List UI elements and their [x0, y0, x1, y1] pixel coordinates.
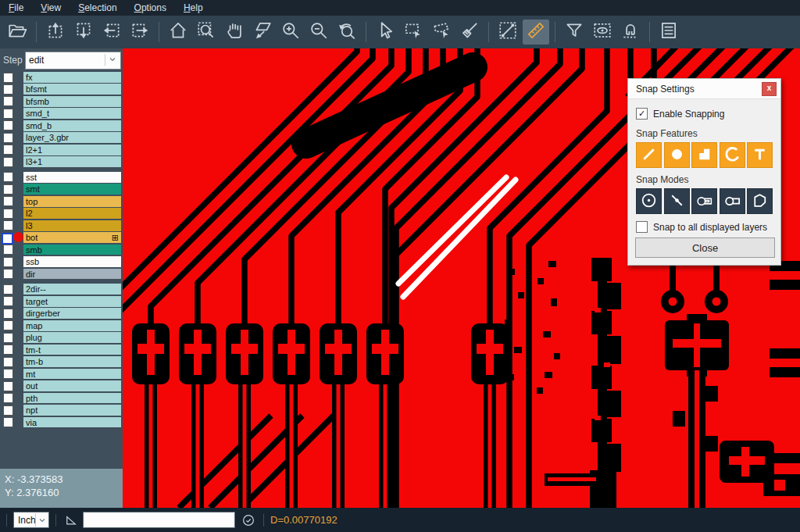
home-button[interactable] — [165, 20, 191, 45]
layer-row-dir[interactable]: dir — [0, 269, 123, 280]
layer-row-smd_t[interactable]: smd_t — [0, 108, 123, 119]
grid-icon[interactable]: ⊞ — [112, 234, 119, 241]
layer-name-cell[interactable]: mt — [23, 369, 121, 380]
close-icon[interactable]: x — [762, 82, 777, 96]
layer-name-cell[interactable]: pth — [23, 393, 121, 404]
snap-slot-outline-button[interactable] — [691, 188, 717, 214]
snap-center-button[interactable] — [636, 188, 662, 214]
select-pointer-button[interactable] — [372, 20, 398, 45]
snap-pad-button[interactable] — [664, 142, 690, 168]
layer-visibility-checkbox[interactable] — [3, 120, 13, 130]
layer-row-mt[interactable]: mt — [0, 369, 123, 380]
layer-visibility-checkbox[interactable] — [3, 245, 13, 255]
layer-name-cell[interactable]: l3+1 — [23, 156, 121, 167]
pan-right-button[interactable] — [127, 20, 153, 45]
snap-midpoint-button[interactable] — [664, 188, 690, 214]
layer-row-smt[interactable]: smt — [0, 184, 123, 195]
layer-name-cell[interactable]: tm-t — [23, 345, 121, 355]
layer-row-npt[interactable]: npt — [0, 405, 123, 416]
layer-visibility-checkbox[interactable] — [3, 84, 13, 95]
close-button[interactable]: Close — [635, 237, 775, 258]
pan-hand-button[interactable] — [221, 20, 248, 45]
layer-visibility-checkbox[interactable] — [3, 73, 13, 83]
menu-item-file[interactable]: File — [0, 0, 32, 16]
layer-row-dirgerber[interactable]: dirgerber — [0, 308, 123, 319]
layer-name-cell[interactable]: bot⊞ — [23, 232, 121, 243]
layer-visibility-checkbox[interactable] — [3, 333, 13, 343]
show-eye-button[interactable] — [589, 20, 616, 45]
snap-all-layers-checkbox[interactable] — [636, 221, 648, 233]
select-rectangle-button[interactable] — [400, 20, 427, 45]
layer-visibility-checkbox[interactable] — [3, 257, 13, 267]
menu-item-selection[interactable]: Selection — [70, 0, 125, 16]
layer-row-via[interactable]: via — [0, 417, 123, 428]
layer-row-2dir--[interactable]: 2dir-- — [0, 284, 123, 295]
layer-name-cell[interactable]: out — [23, 380, 121, 391]
layer-visibility-checkbox[interactable] — [3, 133, 13, 143]
layer-row-target[interactable]: target — [0, 296, 123, 307]
chevron-down-icon[interactable] — [35, 513, 48, 527]
circle-check-icon[interactable] — [240, 512, 257, 529]
layer-row-map[interactable]: map — [0, 320, 123, 331]
layer-name-cell[interactable]: bfsmt — [23, 84, 121, 95]
layer-visibility-checkbox[interactable] — [3, 269, 13, 279]
open-folder-button[interactable] — [4, 20, 30, 45]
pan-left-button[interactable] — [98, 20, 125, 45]
layer-name-cell[interactable]: via — [23, 417, 121, 428]
layer-visibility-checkbox[interactable] — [3, 345, 13, 355]
layer-name-cell[interactable]: l3 — [23, 220, 121, 231]
layer-row-plug[interactable]: plug — [0, 332, 123, 343]
command-input[interactable] — [83, 512, 235, 528]
layer-row-layer_3.gbr[interactable]: layer_3.gbr — [0, 132, 123, 143]
layer-row-bfsmt[interactable]: bfsmt — [0, 84, 123, 95]
layer-name-cell[interactable]: bfsmb — [23, 96, 121, 107]
layer-name-cell[interactable]: smb — [23, 245, 121, 255]
units-select[interactable]: Inch — [13, 512, 49, 528]
menu-item-options[interactable]: Options — [126, 0, 175, 16]
layer-row-smb[interactable]: smb — [0, 245, 123, 255]
step-select[interactable]: edit — [25, 52, 121, 70]
layer-name-cell[interactable]: smt — [23, 184, 121, 195]
layer-name-cell[interactable]: fx — [23, 72, 121, 83]
layer-visibility-checkbox[interactable] — [3, 209, 13, 219]
pan-down-button[interactable] — [70, 20, 97, 45]
layer-row-fx[interactable]: fx — [0, 72, 123, 83]
layer-name-cell[interactable]: 2dir-- — [23, 284, 121, 295]
layer-row-top[interactable]: top — [0, 196, 123, 207]
zoom-out-button[interactable] — [305, 20, 332, 45]
enable-snapping-checkbox[interactable]: ✓ — [636, 108, 648, 120]
layer-row-pth[interactable]: pth — [0, 393, 123, 404]
layer-visibility-checkbox[interactable] — [3, 417, 13, 427]
zoom-previous-button[interactable] — [334, 20, 360, 45]
layer-name-cell[interactable]: target — [23, 296, 121, 307]
snap-surface-button[interactable] — [691, 142, 717, 168]
layer-name-cell[interactable]: map — [23, 320, 121, 331]
layer-row-sst[interactable]: sst — [0, 172, 123, 183]
snap-slot-button[interactable] — [720, 188, 745, 214]
layer-row-l3[interactable]: l3 — [0, 220, 123, 231]
clear-brush-button[interactable] — [456, 20, 483, 45]
zoom-in-button[interactable] — [277, 20, 304, 45]
layer-row-bot[interactable]: bot⊞ — [0, 232, 123, 243]
layer-name-cell[interactable]: l2+1 — [23, 145, 121, 155]
layer-visibility-checkbox[interactable] — [3, 196, 13, 206]
layer-visibility-checkbox[interactable] — [3, 381, 13, 391]
layer-name-cell[interactable]: npt — [23, 405, 121, 416]
layer-visibility-checkbox[interactable] — [3, 96, 13, 106]
layer-visibility-checkbox[interactable] — [3, 405, 13, 416]
layer-name-cell[interactable]: sst — [23, 172, 121, 183]
report-form-button[interactable] — [655, 20, 682, 45]
layer-name-cell[interactable]: l2 — [23, 208, 121, 219]
snap-dialog-titlebar[interactable]: Snap Settings x — [628, 79, 780, 99]
layer-visibility-checkbox[interactable] — [3, 157, 13, 167]
layer-name-cell[interactable]: smd_b — [23, 120, 121, 131]
layer-name-cell[interactable]: plug — [23, 332, 121, 343]
layer-name-cell[interactable]: top — [23, 196, 121, 207]
layer-visibility-checkbox[interactable] — [3, 369, 13, 379]
layer-visibility-checkbox[interactable] — [3, 145, 13, 155]
layer-row-tm-b[interactable]: tm-b — [0, 356, 123, 367]
layer-row-tm-t[interactable]: tm-t — [0, 345, 123, 355]
layer-row-l2+1[interactable]: l2+1 — [0, 145, 123, 155]
snap-corner-button[interactable] — [747, 188, 773, 214]
layer-visibility-checkbox[interactable] — [3, 184, 13, 195]
